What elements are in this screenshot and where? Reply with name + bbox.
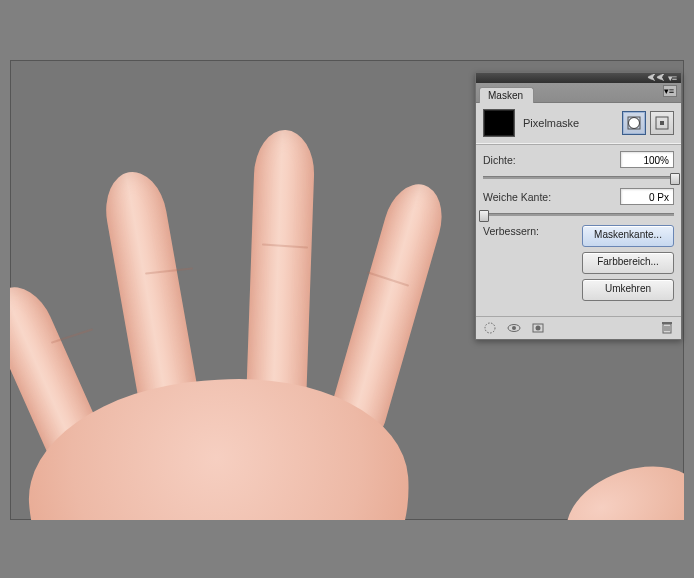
- svg-point-0: [629, 118, 640, 129]
- svg-point-6: [512, 326, 516, 330]
- panel-options-icon[interactable]: ▾≡: [663, 85, 677, 97]
- mask-edge-button[interactable]: Maskenkante...: [582, 225, 674, 247]
- panel-tabs: Masken ▾≡: [476, 83, 681, 103]
- thumb-tip: [553, 449, 684, 520]
- masks-panel: ⮜⮜ ▾≡ Masken ▾≡ Pixelmaske Dichte: 100% …: [475, 72, 682, 340]
- pixel-mask-mode-button[interactable]: [622, 111, 646, 135]
- svg-rect-10: [662, 322, 672, 324]
- panel-titlebar[interactable]: ⮜⮜ ▾≡: [476, 73, 681, 83]
- mask-thumbnail[interactable]: [483, 109, 515, 137]
- density-input[interactable]: 100%: [620, 151, 674, 168]
- apply-mask-icon[interactable]: [506, 320, 522, 336]
- density-label: Dichte:: [483, 154, 567, 166]
- trash-icon[interactable]: [659, 320, 675, 336]
- svg-rect-3: [660, 121, 664, 125]
- tab-masks[interactable]: Masken: [479, 87, 534, 103]
- color-range-button[interactable]: Farbbereich...: [582, 252, 674, 274]
- panel-footer: [476, 316, 681, 339]
- vector-mask-mode-button[interactable]: [650, 111, 674, 135]
- density-slider[interactable]: [483, 174, 674, 180]
- feather-input[interactable]: 0 Px: [620, 188, 674, 205]
- svg-point-4: [485, 323, 495, 333]
- panel-menu-icon[interactable]: ▾≡: [665, 74, 679, 82]
- collapse-icon[interactable]: ⮜⮜: [649, 74, 663, 82]
- feather-label: Weiche Kante:: [483, 191, 567, 203]
- invert-button[interactable]: Umkehren: [582, 279, 674, 301]
- load-selection-icon[interactable]: [482, 320, 498, 336]
- hand-image: [10, 100, 530, 520]
- toggle-mask-icon[interactable]: [530, 320, 546, 336]
- feather-slider[interactable]: [483, 211, 674, 217]
- svg-point-8: [536, 326, 541, 331]
- refine-label: Verbessern:: [483, 225, 567, 237]
- mask-type-label: Pixelmaske: [523, 117, 618, 129]
